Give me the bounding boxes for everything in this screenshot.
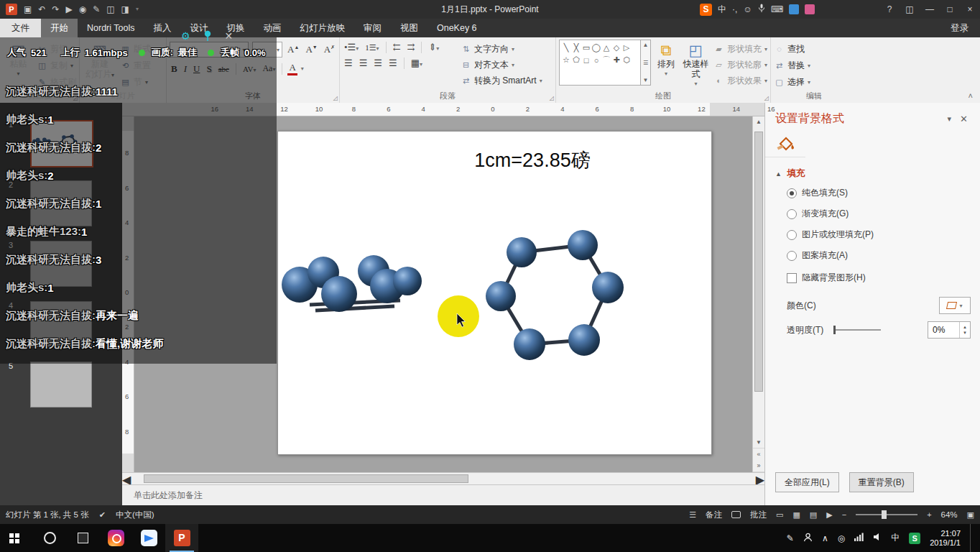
bullets-button[interactable]: •☰▾ [343,42,360,53]
people-icon[interactable] [803,533,813,544]
fill-option[interactable]: 渐变填充(G) [765,203,980,224]
horizontal-scroll-thumb[interactable] [144,474,468,483]
slideshow-view-icon[interactable]: ▶ [826,510,832,520]
convert-smartart-button[interactable]: ⇄转换为 SmartArt▾ [461,74,542,87]
dialog-launcher-icon[interactable]: ◿ [333,95,338,101]
scroll-down-icon[interactable]: ▼ [643,77,649,83]
molecule-right-sphere[interactable] [568,324,600,356]
align-text-button[interactable]: ⊟对齐文本▾ [461,58,542,71]
camera-tool-icon[interactable]: ◨ [121,0,129,19]
redo-icon[interactable]: ↷ [52,0,59,19]
maximize-button[interactable]: □ [940,0,960,19]
increase-indent-button[interactable]: ⇉ [406,42,417,53]
slider-handle[interactable] [833,326,836,334]
scroll-up-icon[interactable]: ▲ [753,116,764,127]
stream-settings-icon[interactable]: ⚙ [181,30,190,43]
show-desktop-button[interactable] [970,524,974,552]
molecule-left-sphere[interactable] [321,276,357,312]
hide-background-checkbox[interactable]: 隐藏背景图形(H) [765,266,980,290]
zoom-out-icon[interactable]: − [842,510,846,519]
toolbox-icon[interactable] [789,4,799,14]
undo-icon[interactable]: ↶ [38,0,45,19]
start-slideshow-icon[interactable]: ▶ [65,0,72,19]
dialog-launcher-icon[interactable]: ◿ [550,95,554,101]
scroll-up-icon[interactable]: ▲ [643,42,649,48]
zoom-in-icon[interactable]: + [927,510,931,519]
punctuation-icon[interactable]: ·, [732,4,737,14]
ribbon-display-options-button[interactable]: ◫ [900,0,920,19]
vertical-scrollbar[interactable]: ▲ ▼ « « [752,116,764,472]
start-button[interactable] [0,524,33,552]
stream-close-icon[interactable]: ✕ [225,30,234,43]
shape-fill-button[interactable]: ▰形状填充▾ [713,42,767,55]
search-button[interactable] [33,524,66,552]
shape-icon[interactable]: ○ [591,54,601,66]
ribbon-tab-OneKey 6[interactable]: OneKey 6 [427,19,486,37]
slide-title-text[interactable]: 1cm=23.85磅 [474,147,590,173]
pane-options-icon[interactable]: ▾ [943,114,956,124]
font-color-button[interactable]: A [287,62,297,75]
shape-icon[interactable]: ☆ [561,54,571,66]
comments-toggle[interactable]: 批注 [750,510,767,520]
next-slide-button[interactable]: « [753,460,764,472]
replace-button[interactable]: ⇄替换▾ [774,59,810,72]
shape-icon[interactable]: ▭ [581,42,591,54]
shape-gallery-scrollbar[interactable]: ▲ ☰ ▼ [641,40,651,86]
ribbon-tab-Nordri Tools[interactable]: Nordri Tools [78,19,144,37]
normal-view-icon[interactable]: ▭ [776,510,783,520]
shape-icon[interactable]: ╲ [561,42,571,54]
sogou-logo-icon[interactable]: S [700,4,712,16]
shape-effects-button[interactable]: ◐形状效果▾ [713,74,767,87]
ribbon-tab-幻灯片放映[interactable]: 幻灯片放映 [290,19,354,37]
collapse-ribbon-icon[interactable]: ˄ [969,91,973,100]
zoom-level[interactable]: 64% [941,510,958,519]
notes-toggle[interactable]: 备注 [706,510,722,520]
shrink-font-button[interactable]: A▼ [304,44,318,55]
molecule-left-sphere[interactable] [393,267,422,295]
ribbon-tab-审阅[interactable]: 审阅 [354,19,391,37]
align-right-button[interactable]: ☰ [372,58,384,69]
ime-mode-icon[interactable]: 中 [891,532,900,544]
shape-icon[interactable]: ⌒ [601,54,611,66]
slide-sorter-view-icon[interactable]: ▦ [792,510,800,520]
customize-qat-icon[interactable]: ▾ [136,0,139,19]
numbering-button[interactable]: 1☰▾ [364,43,380,52]
shape-gallery[interactable]: ╲╳▭◯△◇▷☆⬠□○⌒✚⬡ [559,40,641,86]
stream-pin-icon[interactable] [203,30,212,43]
shape-icon[interactable]: ▷ [621,42,632,54]
ribbon-tab-视图[interactable]: 视图 [391,19,427,37]
slide-canvas[interactable]: 1cm=23.85磅 [277,131,712,455]
pane-close-icon[interactable]: ✕ [956,114,972,124]
keyboard-icon[interactable]: ⌨ [771,4,783,14]
columns-button[interactable]: ▦▾ [410,58,424,69]
minimize-button[interactable]: — [920,0,940,19]
text-direction-button[interactable]: ⇅文字方向▾ [461,42,542,55]
help-button[interactable]: ? [879,0,900,19]
gallery-more-icon[interactable]: ☰ [643,60,648,66]
reading-view-icon[interactable]: ▤ [810,510,817,520]
windows-ink-icon[interactable]: ✎ [787,533,794,543]
molecule-right-sphere[interactable] [486,281,516,311]
language-indicator[interactable]: 中文(中国) [116,510,154,520]
radio-icon[interactable] [787,209,797,219]
radio-icon[interactable] [787,188,797,198]
align-center-button[interactable]: ☰ [358,58,369,69]
mic-icon[interactable] [758,4,765,15]
spin-up-icon[interactable]: ▲ [963,325,967,329]
taskbar-app-messenger[interactable] [132,524,165,552]
taskbar-app-camera[interactable] [99,524,132,552]
shape-icon[interactable]: ◇ [611,42,621,54]
radio-icon[interactable] [787,251,797,261]
molecule-right-sphere[interactable] [592,272,624,303]
align-left-button[interactable]: ☰ [343,58,354,69]
zoom-slider-thumb[interactable] [882,510,887,519]
spell-check-icon[interactable]: ✔ [99,510,106,520]
arrange-button[interactable]: ⧉ 排列▾ [654,40,678,79]
shape-icon[interactable]: ✚ [611,54,621,66]
shape-icon[interactable]: ⬠ [571,54,581,66]
ribbon-tab-插入[interactable]: 插入 [144,19,180,37]
dialog-launcher-icon[interactable]: ◿ [764,95,769,101]
ribbon-tab-开始[interactable]: 开始 [41,19,78,37]
fill-tab-icon[interactable] [765,129,805,157]
taskbar-app-powerpoint[interactable]: P [165,524,198,552]
